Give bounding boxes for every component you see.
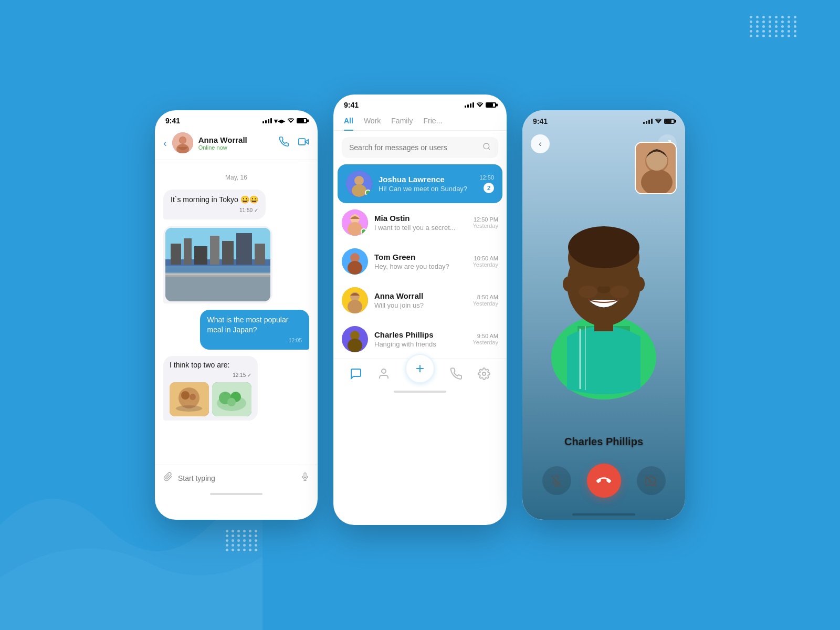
chat-messages: May, 16 It`s morning in Tokyo 😀😀 11:50 ✓ — [155, 160, 318, 465]
contact-item-mia[interactable]: Mia Ostin I want to tell you a secret...… — [333, 203, 507, 242]
contact-meta-charles: 9:50 AM Yesterday — [472, 333, 498, 345]
contact-info-tom: Tom Green Hey, how are you today? — [374, 253, 466, 270]
home-indicator-center — [394, 391, 446, 393]
svg-rect-8 — [171, 244, 181, 265]
contact-name-tom: Tom Green — [374, 253, 466, 261]
svg-point-41 — [348, 261, 362, 275]
signal-left — [262, 118, 272, 123]
unread-badge-joshua: 2 — [484, 183, 494, 193]
nav-calls[interactable] — [450, 368, 463, 380]
svg-point-35 — [352, 184, 366, 197]
svg-rect-13 — [236, 233, 252, 265]
chat-avatar — [172, 132, 193, 153]
svg-point-68 — [634, 277, 645, 291]
avatar-tom — [342, 248, 368, 275]
svg-point-21 — [181, 391, 190, 400]
svg-point-65 — [610, 286, 629, 298]
end-call-button[interactable] — [587, 464, 621, 498]
time-center: 9:41 — [344, 101, 359, 109]
contact-info-joshua: Joshua Lawrence Hi! Can we meet on Sunda… — [379, 175, 473, 193]
contact-item-anna[interactable]: Anna Worrall Will you join us? 8:50 AM Y… — [333, 281, 507, 320]
avatar-charles — [342, 326, 368, 352]
avatar-mia — [342, 209, 368, 236]
phone-chat: 9:41 ▾◂▸ ‹ — [155, 110, 318, 520]
nav-contacts[interactable] — [377, 368, 390, 380]
home-indicator-right — [572, 513, 635, 516]
contact-meta-tom: 10:50 AM Yesterday — [472, 255, 498, 268]
battery-right — [664, 119, 675, 124]
back-button[interactable]: ‹ — [163, 137, 167, 149]
svg-rect-9 — [184, 238, 192, 265]
chat-header: ‹ Anna Worrall Online now — [155, 128, 318, 160]
tabs-row: All Work Family Frie... — [333, 112, 507, 131]
food-images — [170, 382, 251, 416]
msg-time-1: 11:50 ✓ — [171, 207, 258, 214]
call-back-button[interactable]: ‹ — [531, 134, 550, 153]
nav-settings[interactable] — [478, 368, 490, 380]
nav-messages[interactable] — [350, 368, 362, 380]
message-2-img — [163, 226, 309, 303]
contact-name-anna: Anna Worrall — [374, 291, 466, 300]
msg-time-4: 12:15 ✓ — [170, 372, 251, 379]
status-bar-center: 9:41 — [333, 94, 507, 112]
phones-container: 9:41 ▾◂▸ ‹ — [155, 105, 685, 525]
msg-text-3: What is the most popular meal in Japan? — [207, 316, 289, 334]
mic-button[interactable] — [301, 471, 309, 485]
contact-item-joshua[interactable]: Joshua Lawrence Hi! Can we meet on Sunda… — [338, 164, 502, 203]
svg-line-32 — [488, 148, 490, 150]
contact-item-tom[interactable]: Tom Green Hey, how are you today? 10:50 … — [333, 242, 507, 281]
decorative-dots-top: for(let i=0;i<40;i++) document.currentSc… — [750, 16, 798, 37]
search-bar — [342, 137, 498, 158]
tab-all[interactable]: All — [344, 117, 353, 130]
fab-compose[interactable]: + — [405, 354, 435, 383]
contact-info-anna: Anna Worrall Will you join us? — [374, 291, 466, 309]
message-3: What is the most popular meal in Japan? … — [163, 310, 309, 350]
contact-time-joshua: 12:50 — [479, 174, 494, 181]
search-input[interactable] — [349, 143, 478, 152]
contact-preview-tom: Hey, how are you today? — [374, 262, 466, 270]
wifi-left — [287, 117, 295, 125]
status-bar-left: 9:41 ▾◂▸ — [155, 110, 318, 128]
wifi-center — [476, 101, 484, 109]
signal-center — [465, 102, 474, 108]
svg-point-49 — [482, 372, 486, 375]
svg-rect-10 — [194, 246, 207, 265]
mute-button[interactable] — [542, 466, 571, 495]
call-button[interactable] — [279, 136, 289, 150]
battery-left — [297, 118, 307, 123]
contact-preview-anna: Will you join us? — [374, 301, 466, 309]
battery-center — [486, 102, 496, 108]
contact-meta-mia: 12:50 PM Yesterday — [472, 216, 498, 229]
contact-preview-mia: I want to tell you a secret... — [374, 224, 466, 232]
svg-point-67 — [563, 277, 573, 291]
svg-point-38 — [348, 222, 362, 236]
decorative-dots-bottom: for(let i=0;i<30;i++) document.currentSc… — [226, 530, 258, 551]
date-divider: May, 16 — [163, 174, 309, 181]
video-off-button[interactable] — [637, 466, 666, 495]
contact-preview-joshua: Hi! Can we meet on Sunday? — [379, 185, 473, 193]
contact-info-mia: Mia Ostin I want to tell you a secret... — [374, 214, 466, 232]
message-input[interactable] — [178, 474, 296, 482]
avatar-joshua — [346, 171, 372, 197]
contact-name-charles: Charles Phillips — [374, 330, 466, 339]
video-button[interactable] — [298, 136, 309, 150]
contact-item-charles[interactable]: Charles Phillips Hanging with friends 9:… — [333, 320, 507, 359]
avatar-anna — [342, 287, 368, 313]
home-indicator-left — [210, 493, 262, 495]
bottom-nav: + — [333, 359, 507, 388]
phone-contacts: 9:41 All Work Family Frie... — [333, 94, 507, 525]
svg-rect-15 — [165, 275, 270, 301]
tab-friends[interactable]: Frie... — [424, 117, 443, 130]
chat-user-name: Anna Worrall — [198, 135, 279, 144]
msg-text-4: I think top two are: — [170, 361, 229, 369]
tab-work[interactable]: Work — [364, 117, 381, 130]
online-dot-mia — [361, 228, 367, 235]
chat-user-info: Anna Worrall Online now — [198, 135, 279, 151]
svg-point-23 — [176, 405, 202, 412]
svg-rect-12 — [222, 241, 234, 265]
online-dot-joshua — [365, 190, 371, 196]
attach-button[interactable] — [163, 472, 173, 484]
svg-point-3 — [180, 137, 186, 143]
tab-family[interactable]: Family — [391, 117, 413, 130]
food-image-1 — [170, 382, 209, 416]
